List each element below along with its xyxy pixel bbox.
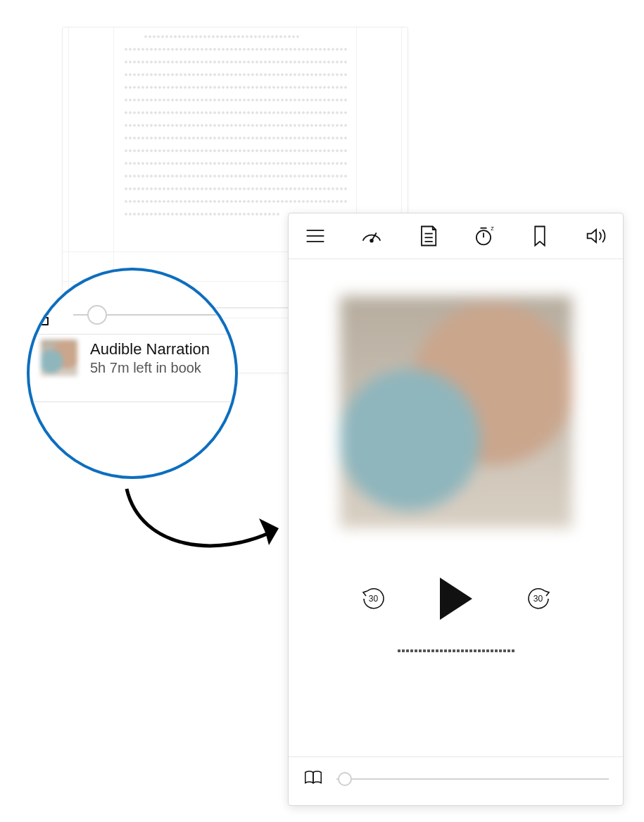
skip-forward-seconds: 30 — [533, 594, 543, 604]
player-toolbar: z — [289, 213, 623, 259]
book-cover — [340, 296, 572, 528]
bookmark-icon[interactable] — [527, 223, 553, 249]
narration-text-placeholder — [396, 648, 516, 655]
play-button[interactable] — [440, 578, 472, 620]
chapters-icon[interactable] — [415, 223, 441, 249]
speed-icon[interactable] — [359, 223, 384, 249]
menu-icon[interactable] — [303, 223, 328, 249]
flow-arrow — [113, 480, 296, 565]
audible-narration-row[interactable]: Audible Narration 5h 7m left in book — [30, 340, 235, 377]
sleep-timer-icon[interactable]: z — [471, 223, 496, 249]
audible-player-screen: z 30 30 — [288, 213, 624, 806]
playback-progress-slider[interactable] — [336, 772, 609, 786]
library-grid-icon[interactable] — [30, 296, 59, 325]
skip-back-seconds: 30 — [369, 594, 378, 604]
time-remaining: 5h 7m left in book — [90, 359, 210, 377]
book-cover-thumbnail — [41, 340, 77, 376]
svg-text:z: z — [491, 225, 495, 232]
audible-narration-callout: Audible Narration 5h 7m left in book — [27, 268, 238, 479]
open-book-icon[interactable] — [303, 767, 324, 791]
skip-forward-button[interactable]: 30 — [523, 583, 554, 614]
volume-icon[interactable] — [583, 223, 609, 249]
playback-controls: 30 30 — [289, 578, 623, 620]
reader-text-placeholder — [123, 35, 347, 216]
svg-point-4 — [370, 239, 373, 242]
reader-progress-slider-zoomed[interactable] — [73, 304, 235, 325]
narration-title: Audible Narration — [90, 340, 210, 359]
skip-back-button[interactable]: 30 — [358, 583, 389, 614]
